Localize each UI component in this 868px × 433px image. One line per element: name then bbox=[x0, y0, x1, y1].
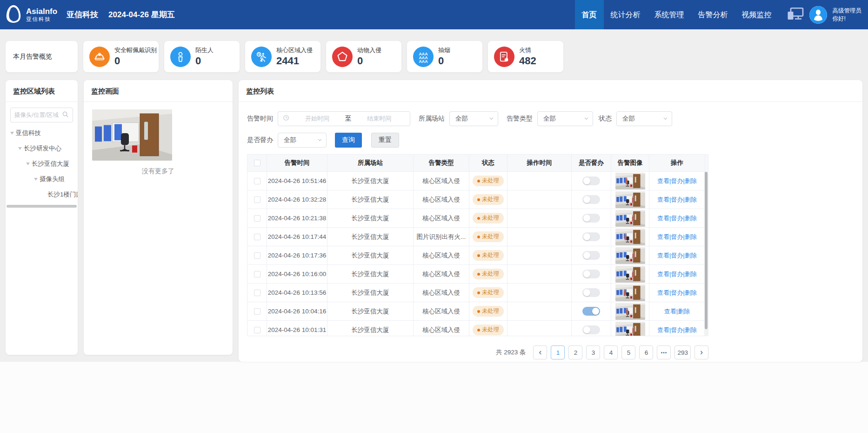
tree-node[interactable]: 摄像头组 bbox=[6, 171, 78, 187]
supervise-link[interactable]: 督办 bbox=[671, 196, 683, 204]
caret-down-icon[interactable] bbox=[26, 162, 30, 165]
nav-item-stats[interactable]: 统计分析 bbox=[604, 0, 648, 29]
delete-link[interactable]: 删除 bbox=[685, 214, 697, 223]
alarm-image-thumbnail[interactable] bbox=[615, 191, 645, 208]
view-link[interactable]: 查看 bbox=[657, 289, 669, 297]
supervise-link[interactable]: 督办 bbox=[671, 270, 683, 278]
row-checkbox[interactable] bbox=[254, 252, 260, 259]
row-checkbox[interactable] bbox=[254, 234, 260, 240]
page-button-293[interactable]: 293 bbox=[674, 345, 691, 359]
status-select[interactable]: 全部 bbox=[616, 111, 672, 126]
alarm-time-range-input[interactable]: 开始时间 至 结束时间 bbox=[278, 111, 410, 126]
supervise-link[interactable]: 督办 bbox=[671, 251, 683, 260]
supervise-select[interactable]: 全部 bbox=[278, 133, 327, 148]
monitor-screens-icon[interactable] bbox=[787, 7, 804, 22]
delete-link[interactable]: 删除 bbox=[685, 251, 697, 260]
supervise-toggle[interactable] bbox=[582, 195, 600, 204]
page-button-2[interactable]: 2 bbox=[568, 345, 582, 359]
station-select[interactable]: 全部 bbox=[449, 111, 498, 126]
cell-alarm-time: 2024-04-26 10:17:44 bbox=[267, 228, 327, 246]
delete-link[interactable]: 删除 bbox=[685, 196, 697, 204]
supervise-link[interactable]: 督办 bbox=[671, 289, 683, 297]
search-button[interactable]: 查询 bbox=[335, 133, 362, 148]
page-button-1[interactable]: 1 bbox=[551, 345, 565, 359]
delete-link[interactable]: 删除 bbox=[685, 177, 697, 185]
supervise-link[interactable]: 督办 bbox=[671, 233, 683, 241]
alarm-image-thumbnail[interactable] bbox=[615, 322, 645, 336]
view-link[interactable]: 查看 bbox=[664, 307, 676, 316]
row-checkbox[interactable] bbox=[254, 290, 260, 296]
supervise-toggle[interactable] bbox=[582, 232, 600, 241]
caret-down-icon[interactable] bbox=[10, 132, 14, 135]
alarm-image-thumbnail[interactable] bbox=[615, 284, 645, 301]
alarm-image-thumbnail[interactable] bbox=[615, 210, 645, 227]
view-link[interactable]: 查看 bbox=[657, 177, 669, 185]
tree-node[interactable]: 长沙1楼门口 bbox=[6, 187, 78, 202]
row-checkbox[interactable] bbox=[254, 327, 260, 333]
reset-button[interactable]: 重置 bbox=[371, 133, 399, 148]
alarm-image-thumbnail[interactable] bbox=[615, 266, 645, 283]
page-button-4[interactable]: 4 bbox=[604, 345, 618, 359]
delete-link[interactable]: 删除 bbox=[685, 270, 697, 278]
alarm-image-thumbnail[interactable] bbox=[615, 229, 645, 245]
next-page-button[interactable]: › bbox=[694, 345, 708, 359]
cell-station: 长沙亚信大厦 bbox=[327, 321, 414, 336]
supervise-link[interactable]: 督办 bbox=[671, 177, 683, 185]
caret-down-icon[interactable] bbox=[34, 178, 38, 181]
supervise-toggle[interactable] bbox=[582, 288, 600, 297]
alarm-image-thumbnail[interactable] bbox=[615, 247, 645, 264]
alarm-type-select[interactable]: 全部 bbox=[537, 111, 593, 126]
stat-card-value: 0 bbox=[114, 55, 157, 67]
nav-item-home[interactable]: 首页 bbox=[575, 0, 604, 29]
delete-link[interactable]: 删除 bbox=[685, 289, 697, 297]
view-link[interactable]: 查看 bbox=[657, 196, 669, 204]
supervise-toggle[interactable] bbox=[582, 176, 600, 185]
supervise-toggle[interactable] bbox=[582, 214, 600, 223]
tree-node[interactable]: 亚信科技 bbox=[6, 125, 78, 141]
tree-node[interactable]: 长沙亚信大厦 bbox=[6, 156, 78, 171]
supervise-link[interactable]: 督办 bbox=[671, 326, 683, 334]
nav-item-alarm[interactable]: 告警分析 bbox=[691, 0, 735, 29]
search-icon[interactable] bbox=[62, 111, 69, 120]
camera-frame-thumbnail[interactable] bbox=[92, 109, 172, 161]
supervise-link[interactable]: 督办 bbox=[671, 214, 683, 223]
row-checkbox[interactable] bbox=[254, 178, 260, 184]
delete-link[interactable]: 删除 bbox=[685, 233, 697, 241]
view-link[interactable]: 查看 bbox=[657, 270, 669, 278]
tree-node[interactable]: 长沙研发中心 bbox=[6, 141, 78, 156]
start-time-input[interactable]: 开始时间 bbox=[291, 115, 343, 123]
nav-item-system[interactable]: 系统管理 bbox=[648, 0, 691, 29]
table-row: 2024-04-26 10:51:46长沙亚信大厦核心区域入侵未处理查看 | 督… bbox=[247, 172, 708, 190]
prev-page-button[interactable]: ‹ bbox=[533, 345, 547, 359]
supervise-toggle[interactable] bbox=[582, 325, 600, 334]
tree-horizontal-scrollbar[interactable] bbox=[7, 205, 77, 208]
page-button-5[interactable]: 5 bbox=[621, 345, 635, 359]
view-link[interactable]: 查看 bbox=[657, 233, 669, 241]
view-link[interactable]: 查看 bbox=[657, 214, 669, 223]
row-checkbox[interactable] bbox=[254, 271, 260, 277]
row-checkbox[interactable] bbox=[254, 308, 260, 315]
view-link[interactable]: 查看 bbox=[657, 251, 669, 260]
alarm-image-thumbnail[interactable] bbox=[615, 173, 645, 189]
supervise-toggle[interactable] bbox=[582, 270, 600, 278]
page-button-6[interactable]: 6 bbox=[639, 345, 653, 359]
select-all-checkbox[interactable] bbox=[254, 160, 260, 166]
cell-alarm-time: 2024-04-26 10:16:00 bbox=[267, 265, 327, 284]
supervise-toggle[interactable] bbox=[582, 307, 600, 316]
page-button-3[interactable]: 3 bbox=[586, 345, 600, 359]
delete-link[interactable]: 删除 bbox=[685, 326, 697, 334]
view-link[interactable]: 查看 bbox=[657, 326, 669, 334]
caret-down-icon[interactable] bbox=[18, 147, 22, 150]
camera-search-input[interactable]: 摄像头/位置/区域 bbox=[10, 108, 73, 122]
supervise-toggle[interactable] bbox=[582, 251, 600, 260]
cell-station: 长沙亚信大厦 bbox=[327, 284, 414, 302]
more-pages-button[interactable]: ••• bbox=[657, 345, 671, 359]
delete-link[interactable]: 删除 bbox=[678, 307, 690, 316]
row-checkbox[interactable] bbox=[254, 196, 260, 203]
table-vertical-scrollbar[interactable] bbox=[704, 172, 708, 336]
nav-item-video[interactable]: 视频监控 bbox=[735, 0, 779, 29]
end-time-input[interactable]: 结束时间 bbox=[353, 115, 405, 123]
row-checkbox[interactable] bbox=[254, 215, 260, 222]
alarm-image-thumbnail[interactable] bbox=[615, 303, 645, 320]
user-avatar[interactable] bbox=[809, 6, 827, 24]
